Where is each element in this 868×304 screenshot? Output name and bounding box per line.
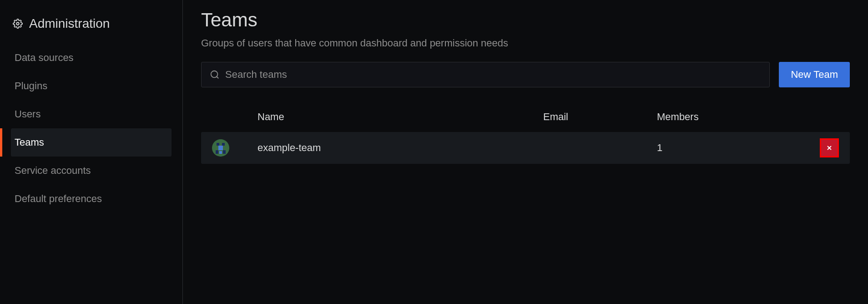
- col-members-header: Members: [657, 111, 812, 123]
- table-row[interactable]: example-team 1: [201, 132, 850, 164]
- sidebar-item-label: Teams: [15, 137, 44, 148]
- svg-rect-8: [223, 150, 226, 154]
- sidebar-header: Administration: [0, 11, 182, 44]
- search-wrapper: [201, 62, 770, 87]
- svg-rect-4: [217, 143, 219, 146]
- svg-rect-6: [218, 146, 223, 150]
- sidebar-item-teams[interactable]: Teams: [11, 128, 172, 157]
- team-avatar: [212, 139, 229, 157]
- svg-point-1: [211, 71, 218, 78]
- page-subtitle: Groups of users that have common dashboa…: [201, 37, 850, 49]
- svg-rect-9: [219, 151, 222, 154]
- sidebar-item-label: Plugins: [15, 80, 47, 91]
- page-title: Teams: [201, 9, 850, 31]
- svg-line-2: [217, 76, 218, 78]
- team-members: 1: [657, 142, 812, 154]
- toolbar: New Team: [201, 62, 850, 87]
- gear-icon: [13, 19, 23, 29]
- sidebar-item-data-sources[interactable]: Data sources: [11, 44, 172, 72]
- sidebar: Administration Data sources Plugins User…: [0, 0, 183, 304]
- close-icon: [826, 144, 833, 152]
- sidebar-item-label: Data sources: [15, 52, 74, 63]
- sidebar-item-label: Service accounts: [15, 165, 91, 176]
- search-icon: [210, 70, 220, 80]
- col-email-header: Email: [543, 111, 657, 123]
- team-avatar-cell: [212, 139, 257, 157]
- teams-table: Name Email Members e: [201, 102, 850, 164]
- sidebar-title: Administration: [29, 16, 110, 31]
- sidebar-item-label: Default preferences: [15, 193, 102, 204]
- avatar-icon: [212, 139, 229, 157]
- sidebar-item-plugins[interactable]: Plugins: [11, 72, 172, 100]
- col-actions-header: [812, 111, 839, 123]
- table-header: Name Email Members: [201, 102, 850, 132]
- sidebar-item-users[interactable]: Users: [11, 100, 172, 128]
- search-input[interactable]: [225, 69, 761, 81]
- team-actions: [812, 138, 839, 157]
- sidebar-item-default-preferences[interactable]: Default preferences: [11, 185, 172, 213]
- col-avatar-header: [212, 111, 257, 123]
- svg-point-0: [16, 22, 19, 25]
- new-team-button[interactable]: New Team: [779, 62, 850, 87]
- team-name: example-team: [257, 142, 543, 154]
- col-name-header: Name: [257, 111, 543, 123]
- sidebar-items: Data sources Plugins Users Teams Service…: [0, 44, 182, 213]
- main-content: Teams Groups of users that have common d…: [183, 0, 868, 304]
- sidebar-item-label: Users: [15, 108, 40, 120]
- sidebar-item-service-accounts[interactable]: Service accounts: [11, 157, 172, 185]
- svg-rect-5: [222, 143, 225, 146]
- svg-rect-7: [216, 150, 218, 154]
- delete-team-button[interactable]: [820, 138, 839, 157]
